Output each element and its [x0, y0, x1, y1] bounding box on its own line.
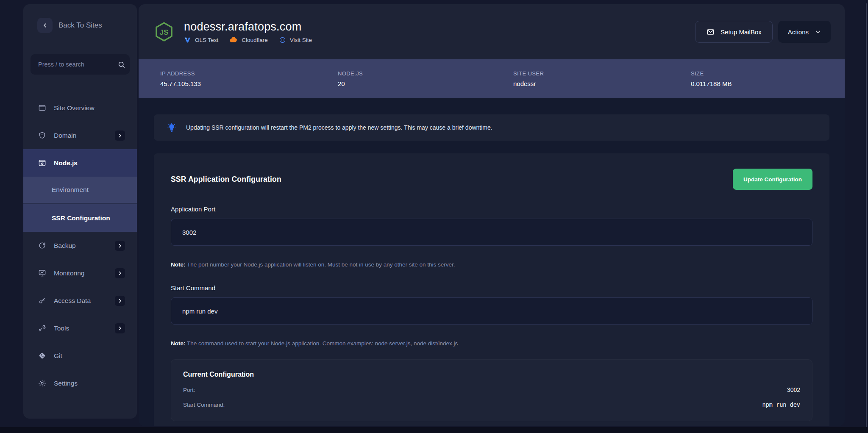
back-to-sites[interactable]: Back To Sites — [23, 4, 137, 33]
sidebar-item-monitoring[interactable]: Monitoring — [23, 259, 137, 287]
info-size: SIZE 0.0117188 MB — [691, 70, 845, 87]
vultr-icon — [184, 36, 191, 44]
sidebar-item-site-overview[interactable]: Site Overview — [23, 94, 137, 122]
nodejs-logo-icon: JS — [153, 21, 175, 43]
sidebar-item-access-data[interactable]: Access Data — [23, 287, 137, 314]
search-icon — [117, 61, 125, 69]
scrollbar[interactable] — [866, 3, 867, 427]
rotate-icon — [38, 241, 47, 250]
globe-icon — [279, 36, 286, 44]
site-header: JS nodessr.arafatops.com OLS Test Cloudf… — [139, 4, 845, 59]
info-site-user: SITE USER nodessr — [513, 70, 691, 87]
envelope-icon — [706, 28, 715, 36]
chevron-left-icon — [42, 22, 48, 29]
sidebar-subitem-environment[interactable]: Environment — [23, 177, 137, 204]
site-info-bar: IP ADDRESS 45.77.105.133 NODE.JS 20 SITE… — [139, 59, 845, 98]
sidebar-item-settings[interactable]: Settings — [23, 369, 137, 397]
access-data-expand-button[interactable] — [115, 296, 125, 306]
info-ip-address: IP ADDRESS 45.77.105.133 — [160, 70, 338, 87]
search-input[interactable] — [38, 61, 117, 68]
badge-row: OLS Test Cloudflare Visit Site — [184, 36, 312, 44]
actions-button[interactable]: Actions — [778, 21, 831, 43]
sidebar-item-tools[interactable]: Tools — [23, 314, 137, 342]
current-start-command-row: Start Command: npm run dev — [183, 401, 800, 408]
card-title: SSR Application Configuration — [171, 175, 281, 184]
cloudflare-badge: Cloudflare — [229, 36, 268, 43]
chevron-right-icon — [117, 326, 122, 331]
sidebar-item-nodejs[interactable]: Node.js — [23, 149, 137, 177]
setup-mailbox-button[interactable]: Setup MailBox — [695, 21, 773, 43]
chevron-right-icon — [117, 271, 122, 276]
ssr-restart-notice: Updating SSR configuration will restart … — [154, 114, 829, 141]
info-nodejs-version: NODE.JS 20 — [338, 70, 513, 87]
cloudflare-icon — [229, 36, 238, 43]
current-port-row: Port: 3002 — [183, 386, 800, 393]
lightbulb-icon — [167, 122, 177, 133]
git-icon — [38, 352, 47, 360]
update-configuration-button[interactable]: Update Configuration — [733, 169, 812, 190]
gear-icon — [38, 379, 47, 387]
ssr-configuration-card: SSR Application Configuration Update Con… — [154, 153, 829, 426]
application-port-note: Note: The port number your Node.js appli… — [171, 261, 812, 269]
notice-text: Updating SSR configuration will restart … — [186, 124, 492, 131]
monitor-icon — [38, 269, 47, 277]
sidebar: Back To Sites Site Overview Domain — [23, 4, 137, 419]
start-command-label: Start Command — [171, 284, 812, 291]
page-title: nodessr.arafatops.com — [184, 20, 312, 33]
tools-expand-button[interactable] — [115, 323, 125, 333]
sidebar-item-git[interactable]: Git — [23, 342, 137, 369]
search-box[interactable] — [31, 54, 130, 75]
application-port-label: Application Port — [171, 205, 812, 213]
chevron-down-icon — [815, 29, 821, 35]
chevron-right-icon — [117, 243, 122, 248]
start-command-note: Note: The command used to start your Nod… — [171, 340, 812, 347]
app-window-gear-icon — [38, 159, 47, 167]
sidebar-nav: Site Overview Domain Node.js Environment… — [23, 94, 137, 397]
back-button[interactable] — [37, 18, 53, 33]
shield-icon — [38, 131, 47, 139]
visit-site-link[interactable]: Visit Site — [279, 36, 312, 44]
chevron-right-icon — [117, 298, 122, 303]
sidebar-item-domain[interactable]: Domain — [23, 122, 137, 149]
backup-expand-button[interactable] — [115, 241, 125, 251]
sidebar-item-backup[interactable]: Backup — [23, 232, 137, 259]
key-icon — [38, 297, 47, 305]
application-port-input[interactable] — [171, 219, 812, 246]
domain-expand-button[interactable] — [115, 130, 125, 141]
current-configuration-panel: Current Configuration Port: 3002 Start C… — [171, 359, 812, 421]
back-label: Back To Sites — [58, 21, 102, 30]
site-overview-icon — [38, 104, 47, 112]
ols-test-badge: OLS Test — [184, 36, 218, 44]
monitoring-expand-button[interactable] — [115, 268, 125, 278]
chevron-right-icon — [117, 133, 122, 138]
tools-icon — [38, 324, 47, 332]
start-command-input[interactable] — [171, 297, 812, 325]
sidebar-subitem-ssr-configuration[interactable]: SSR Configuration — [23, 204, 137, 232]
svg-text:JS: JS — [160, 28, 169, 36]
window-bottom-edge — [0, 427, 868, 433]
main-panel: JS nodessr.arafatops.com OLS Test Cloudf… — [139, 4, 845, 426]
current-configuration-title: Current Configuration — [183, 371, 800, 378]
